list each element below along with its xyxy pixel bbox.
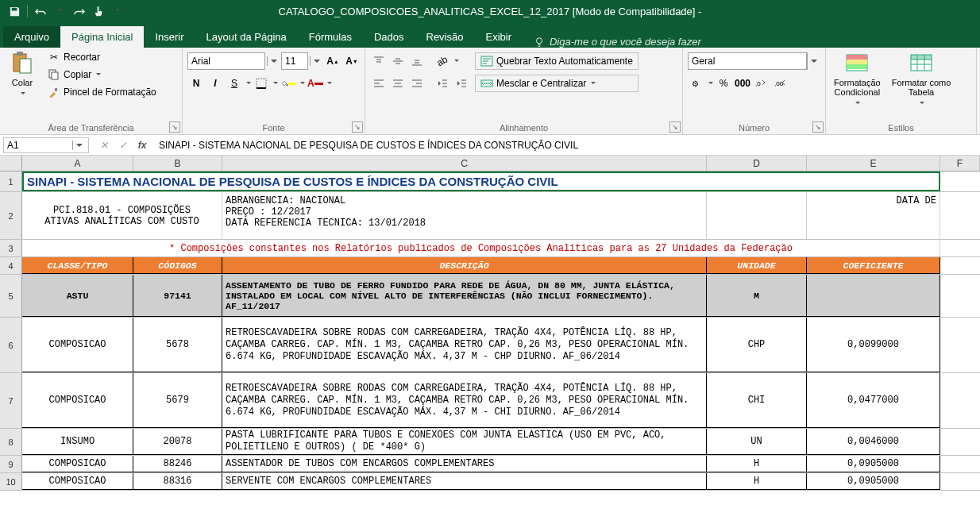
font-size-dropdown[interactable] — [310, 56, 322, 66]
align-left-icon[interactable] — [370, 75, 388, 92]
bold-button[interactable]: N — [187, 75, 205, 92]
col-header-b[interactable]: B — [133, 156, 222, 171]
cell-e10[interactable]: 0,0905000 — [807, 473, 940, 490]
cell-a5[interactable]: ASTU — [22, 275, 133, 317]
align-bottom-icon[interactable] — [408, 52, 426, 70]
increase-decimal-icon[interactable]: ,0 — [753, 75, 770, 92]
tab-view[interactable]: Exibir — [474, 26, 523, 48]
row-header-1[interactable]: 1 — [0, 172, 22, 191]
cell-c9[interactable]: ASSENTADOR DE TUBOS COM ENCARGOS COMPLEM… — [222, 456, 707, 472]
formula-bar[interactable]: SINAPI - SISTEMA NACIONAL DE PESQUISA DE… — [154, 137, 980, 153]
grow-font-icon[interactable]: A▲ — [324, 52, 341, 70]
cell-d8[interactable]: UN — [707, 429, 807, 455]
touch-mode-icon[interactable] — [90, 3, 106, 19]
paste-dropdown[interactable] — [19, 89, 25, 98]
copy-button[interactable]: Copiar — [44, 67, 160, 83]
cell-d9[interactable]: H — [707, 456, 807, 472]
cell-b7[interactable]: 5679 — [133, 373, 222, 428]
row-header-6[interactable]: 6 — [0, 318, 22, 372]
cell-a2[interactable]: PCI.818.01 - COMPOSIÇÕES ATIVAS ANALÍTIC… — [22, 192, 222, 239]
font-size-combo[interactable]: 11 — [281, 52, 308, 70]
format-painter-button[interactable]: Pincel de Formatação — [44, 84, 160, 100]
font-dialog-launcher[interactable]: ↘ — [352, 121, 363, 133]
orientation-icon[interactable]: ab — [434, 52, 451, 70]
italic-button[interactable]: I — [206, 75, 224, 92]
row-header-2[interactable]: 2 — [0, 192, 22, 239]
cell-c6[interactable]: RETROESCAVADEIRA SOBRE RODAS COM CARREGA… — [222, 318, 707, 372]
align-center-icon[interactable] — [389, 75, 407, 92]
shrink-font-icon[interactable]: A▼ — [343, 52, 361, 70]
cell-b6[interactable]: 5678 — [133, 318, 222, 372]
number-dialog-launcher[interactable]: ↘ — [812, 121, 824, 133]
file-tab[interactable]: Arquivo — [3, 26, 60, 48]
cell-c2[interactable]: ABRANGENCIA: NACIONAL PREÇO : 12/2017 DA… — [222, 192, 707, 239]
undo-dropdown[interactable] — [52, 3, 68, 19]
font-name-dropdown[interactable] — [267, 56, 280, 66]
decrease-decimal-icon[interactable]: ,00 — [772, 75, 789, 92]
cell-a6[interactable]: COMPOSICAO — [22, 318, 133, 372]
wrap-text-button[interactable]: Quebrar Texto Automaticamente — [475, 52, 639, 70]
select-all-corner[interactable] — [0, 156, 22, 171]
cell-c7[interactable]: RETROESCAVADEIRA SOBRE RODAS COM CARREGA… — [222, 373, 707, 428]
conditional-formatting-button[interactable]: Formatação Condicional — [831, 49, 884, 110]
cell-b10[interactable]: 88316 — [133, 473, 222, 490]
save-icon[interactable] — [6, 3, 22, 19]
cell-a7[interactable]: COMPOSICAO — [22, 373, 133, 428]
row-header-8[interactable]: 8 — [0, 429, 22, 455]
accounting-format-icon[interactable]: ⚙ — [688, 75, 705, 92]
number-format-dropdown[interactable] — [807, 52, 820, 70]
tab-insert[interactable]: Inserir — [144, 26, 195, 48]
cell-e6[interactable]: 0,0099000 — [807, 318, 940, 372]
row-header-10[interactable]: 10 — [0, 473, 22, 490]
percent-format-icon[interactable]: % — [715, 75, 732, 92]
cancel-formula-icon[interactable]: ✕ — [95, 137, 113, 153]
cell-e4[interactable]: COEFICIENTE — [807, 257, 940, 274]
tab-formulas[interactable]: Fórmulas — [298, 26, 363, 48]
qat-customize-dropdown[interactable] — [109, 3, 125, 19]
align-middle-icon[interactable] — [389, 52, 407, 70]
borders-button[interactable] — [253, 75, 270, 92]
name-box[interactable]: A1 — [3, 137, 89, 153]
cell-d2[interactable] — [707, 192, 807, 239]
name-box-dropdown[interactable] — [72, 141, 85, 150]
cell-b8[interactable]: 20078 — [133, 429, 222, 455]
cell-a4[interactable]: CLASSE/TIPO — [22, 257, 133, 274]
number-format-combo[interactable]: Geral — [688, 52, 807, 70]
enter-formula-icon[interactable]: ✓ — [114, 137, 132, 153]
cell-c4[interactable]: DESCRIÇÃO — [222, 257, 707, 274]
col-header-f[interactable]: F — [940, 156, 980, 171]
row-header-5[interactable]: 5 — [0, 275, 22, 317]
cell-e2[interactable]: DATA DE — [807, 192, 940, 239]
cell-d4[interactable]: UNIDADE — [707, 257, 807, 274]
comma-format-icon[interactable]: 000 — [734, 75, 751, 92]
format-as-table-button[interactable]: Formatar como Tabela — [889, 49, 955, 110]
tab-layout[interactable]: Layout da Página — [195, 26, 298, 48]
cell-c10[interactable]: SERVENTE COM ENCARGOS COMPLEMENTARES — [222, 473, 707, 490]
tell-me-box[interactable]: Diga-me o que você deseja fazer — [523, 36, 712, 48]
tab-home[interactable]: Página Inicial — [60, 26, 144, 48]
cell-e5[interactable] — [807, 275, 940, 317]
col-header-d[interactable]: D — [707, 156, 807, 171]
underline-button[interactable]: S — [226, 75, 243, 92]
align-top-icon[interactable] — [370, 52, 388, 70]
align-right-icon[interactable] — [408, 75, 426, 92]
col-header-a[interactable]: A — [22, 156, 133, 171]
font-name-combo[interactable]: Arial — [187, 52, 265, 70]
cell-a3[interactable]: * Composições constantes nos Relatórios … — [22, 240, 940, 256]
cell-a9[interactable]: COMPOSICAO — [22, 456, 133, 472]
font-color-button[interactable]: A — [307, 75, 324, 92]
insert-function-icon[interactable]: fx — [133, 137, 151, 153]
clipboard-dialog-launcher[interactable]: ↘ — [169, 121, 180, 133]
cell-c8[interactable]: PASTA LUBRIFICANTE PARA TUBOS E CONEXOES… — [222, 429, 707, 455]
cell-d5[interactable]: M — [707, 275, 807, 317]
cell-d10[interactable]: H — [707, 473, 807, 490]
cell-b5[interactable]: 97141 — [133, 275, 222, 317]
cell-a1[interactable]: SINAPI - SISTEMA NACIONAL DE PESQUISA DE… — [22, 172, 940, 191]
cell-a8[interactable]: INSUMO — [22, 429, 133, 455]
row-header-4[interactable]: 4 — [0, 257, 22, 274]
cell-e8[interactable]: 0,0046000 — [807, 429, 940, 455]
col-header-c[interactable]: C — [222, 156, 707, 171]
row-header-3[interactable]: 3 — [0, 240, 22, 256]
fill-color-button[interactable] — [280, 75, 297, 92]
cell-b9[interactable]: 88246 — [133, 456, 222, 472]
